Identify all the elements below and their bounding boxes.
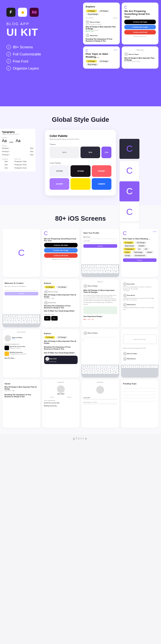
xd-icon: Xd <box>30 8 39 17</box>
footer-watermark: gfxtra <box>0 434 161 443</box>
screen-blogpost: Blog Post Mansurul Haque Why UX Design I… <box>81 279 119 327</box>
google-button[interactable]: Continue with Google <box>124 25 156 29</box>
preview-strip: Explore UI Design UX Design Visual Desig… <box>80 0 161 71</box>
continue-button[interactable]: Continue <box>123 258 157 262</box>
keyboard[interactable]: QWERTYUIOP ASDFGHJKL ZXCVBNM <box>81 365 119 378</box>
screen-comments: Ashan Shafi this is very useful blog pos… <box>121 279 159 327</box>
blogpost-preview: Blog Post Mansurul Haque Why UX Design I… <box>122 46 158 69</box>
screens-grid: C C We Are Preparing Something Great For… <box>3 229 158 428</box>
screen-profile: Start Your Profile Adam Shafi @adam001 C… <box>81 229 119 277</box>
hero-section: F ◆ Xd BLOG APP UI KIT ✓80+ Screens ✓Ful… <box>0 0 161 106</box>
color-swatch <box>71 178 90 190</box>
color-swatch: #F2F3F8 <box>50 165 69 177</box>
article-image <box>83 306 117 314</box>
screens-section: 80+ iOS Screens C C We Are Preparing Som… <box>0 205 161 434</box>
email-button[interactable]: Continue with Email <box>44 253 78 258</box>
check-icon: ✓ <box>6 45 11 49</box>
avatar-icon <box>86 20 90 24</box>
logo-purple: C <box>119 181 139 201</box>
screen-compose: Mansurul Haque | QWERTYUIOP ASDFGHJKL ZX… <box>81 329 119 378</box>
avatar-icon <box>86 34 90 37</box>
screen-edit-profile: Edit Profile @adam001 App Designer at UI… <box>81 380 119 428</box>
screen-saved: Saved Why UX Design Is More Important Th… <box>3 380 40 428</box>
keyboard[interactable]: QWERTYUIOP ASDFGHJKL ZXCVBNM <box>3 314 40 327</box>
apple-button[interactable]: Continue with Apple <box>124 20 156 24</box>
color-swatch: #AA78FF <box>50 178 69 190</box>
logo-light: C <box>119 202 139 222</box>
logo-light: C <box>119 161 139 181</box>
uber-icon <box>5 346 9 350</box>
keyboard[interactable]: QWERTYUIOP ASDFGHJKL ZXCVBNM <box>81 264 119 277</box>
figma-icon: F <box>6 8 15 17</box>
swatch-30: 30% <box>80 147 100 158</box>
logo-tiles: C C C C C <box>119 139 161 243</box>
explore-preview: Explore UI Design UX Design Visual Desig… <box>83 3 120 44</box>
email-button[interactable]: Continue with Email <box>124 30 156 34</box>
logo-dark: C <box>119 139 139 159</box>
signup-title: We Are Preparing Something Great For You… <box>124 10 156 18</box>
signin-button[interactable]: SIGN IN <box>5 292 38 295</box>
style-guide-section: Global Style Guide Typography Typographi… <box>0 106 161 205</box>
screen-explore: Explore UI Design UX Design Mansurul Haq… <box>42 279 80 327</box>
apple-button[interactable]: Continue with Apple <box>44 243 78 247</box>
screen-upload: Upload Thumb Image Today I am sharing a … <box>121 329 159 378</box>
check-icon: ✓ <box>6 52 11 56</box>
color-swatch: #171318 <box>71 165 90 177</box>
swatch-60: 60% <box>50 147 79 158</box>
continue-button[interactable]: Continue <box>83 244 117 248</box>
keyboard[interactable]: ASDFGHJKL <box>121 365 159 378</box>
topics-title: Pick Topic to Start Reading..... <box>86 53 117 58</box>
style-guide-heading: Global Style Guide <box>3 106 158 130</box>
screen-my-profile: @adam001 Adam Shafi FollowerFollowing PO… <box>42 380 80 428</box>
check-icon: ✓ <box>6 59 11 63</box>
screen-welcome: Welcome To Confect Enter your username &… <box>3 279 40 327</box>
explore-title: Explore <box>86 5 117 8</box>
check-icon: ✓ <box>6 66 11 71</box>
screen-explore-alt: Explore UI Design UX Design Why UX Desig… <box>42 329 80 378</box>
screen-user-profile: @mansurul514 Mansurul HaqueFollow POST F… <box>3 329 40 378</box>
sketch-icon: ◆ <box>18 8 27 17</box>
signup-preview: C We Are Preparing Something Great For Y… <box>122 3 158 44</box>
screen-topics: CLog In Pick Topic to Start Reading.....… <box>121 229 159 277</box>
screen-splash: C <box>3 229 40 277</box>
screen-signup: C We Are Preparing Something Great For Y… <box>42 229 80 277</box>
topics-preview: CLog In Pick Topic to Start Reading.....… <box>83 46 120 69</box>
google-button[interactable]: Continue with Google <box>44 248 78 253</box>
typography-card: Typography Typographic hierarchy system … <box>0 129 35 171</box>
avatar-icon <box>124 52 128 56</box>
color-swatch: #246BFD <box>92 178 111 190</box>
color-swatch: #FC5D67 <box>92 165 111 177</box>
swatch-10: 10% <box>101 147 111 158</box>
palette-card: Color Palette Balanced palette based on … <box>45 130 116 196</box>
screen-trending: Trending Topic <box>121 380 159 428</box>
upload-zone[interactable]: Upload Thumb Image <box>123 334 157 344</box>
